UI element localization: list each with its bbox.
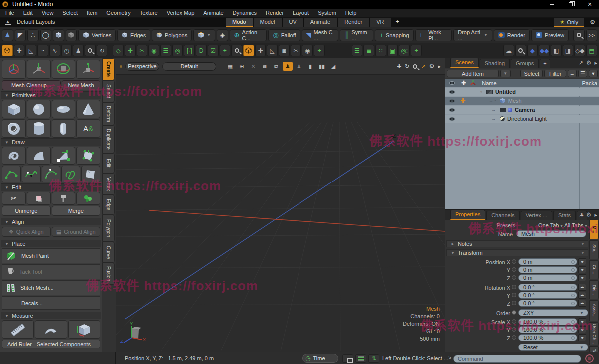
- patch-tool-button[interactable]: [27, 147, 51, 165]
- tab-polygon[interactable]: Polygon: [102, 215, 115, 242]
- corner-view-icon[interactable]: ◢: [328, 62, 338, 71]
- vertex-select-button[interactable]: ∴: [27, 29, 39, 41]
- tab-properties[interactable]: Properties: [450, 210, 485, 220]
- vertical-arrows-button[interactable]: ⇅: [368, 354, 379, 363]
- tab-curve[interactable]: Curve: [102, 242, 115, 263]
- list-options-button[interactable]: ☰: [578, 70, 587, 77]
- untitled-visibility-icon[interactable]: [449, 90, 455, 94]
- add-item-plus-button[interactable]: +: [220, 45, 231, 56]
- position-x-channel-dot[interactable]: [512, 259, 516, 264]
- scale-y-channel-dot[interactable]: [512, 327, 516, 332]
- bezier-tool-button[interactable]: [42, 166, 61, 182]
- tab-edit[interactable]: Edit: [102, 153, 115, 173]
- arc-tool-button[interactable]: [2, 166, 21, 182]
- side-tab-display[interactable]: Dis...: [589, 280, 599, 299]
- item-cube-dropdown[interactable]: ▼: [193, 29, 215, 41]
- time-button[interactable]: ◷ Time: [302, 354, 338, 363]
- unmerge-button[interactable]: Unmerge: [2, 206, 51, 216]
- collapse-layouts-icon[interactable]: ▲: [5, 20, 11, 25]
- scene-gear-icon[interactable]: ⚙: [586, 60, 592, 66]
- scale-y-field[interactable]: 100.0 %: [518, 326, 577, 333]
- add-view-plus-button[interactable]: +: [411, 45, 422, 56]
- uv-mode-active-button[interactable]: [243, 45, 254, 56]
- polygons-mode-button[interactable]: Polygons: [152, 29, 192, 41]
- tab-stats[interactable]: Stats: [553, 211, 576, 220]
- scale-x-stepper[interactable]: ◂▸: [578, 318, 586, 325]
- blue-cube-button[interactable]: ◆: [527, 45, 538, 56]
- props-expand-icon[interactable]: ↗: [578, 212, 583, 218]
- dimension-tool-button[interactable]: [68, 320, 100, 339]
- menu-item[interactable]: Item: [82, 9, 102, 17]
- mesh-pin-icon[interactable]: ✚: [460, 97, 465, 104]
- position-x-stepper[interactable]: ◂▸: [578, 258, 586, 265]
- menu-texture[interactable]: Texture: [135, 9, 162, 17]
- stitch-mesh-item[interactable]: Stitch Mesh...: [2, 280, 100, 295]
- tab-channels[interactable]: Channels: [486, 211, 519, 220]
- history-clock-button[interactable]: ◷: [61, 45, 72, 56]
- search-tools-button[interactable]: [573, 29, 585, 41]
- viewport-canvas[interactable]: [116, 75, 445, 351]
- default-layouts-label[interactable]: Default Layouts: [17, 19, 55, 25]
- layout-tab-vr[interactable]: VR: [370, 18, 390, 27]
- rotation-y-channel-dot[interactable]: [512, 293, 516, 297]
- position-z-stepper[interactable]: ◂▸: [578, 274, 586, 281]
- sketch-curve-button[interactable]: [61, 166, 80, 182]
- tab-fusion[interactable]: Fusion: [102, 263, 115, 285]
- cylinder-view-icon[interactable]: ▮: [305, 62, 315, 71]
- rotation-x-channel-dot[interactable]: [512, 285, 516, 289]
- merge-tool-button[interactable]: [76, 192, 100, 205]
- mesh-constraint-button[interactable]: ◥Mesh C ...: [302, 29, 339, 41]
- name-column-header[interactable]: Name: [482, 80, 496, 86]
- work-plane-button[interactable]: ∟Work Pl...: [415, 29, 452, 41]
- favorites-only-tab[interactable]: ★ Only: [554, 18, 584, 27]
- select-frame-button[interactable]: ◺: [25, 45, 36, 56]
- torus-primitive-button[interactable]: [2, 119, 26, 138]
- layout-tab-model[interactable]: Model: [254, 18, 282, 27]
- target-dots-button[interactable]: ◎:: [399, 45, 410, 56]
- mesh-cleanup-button[interactable]: Mesh Cleanup...: [2, 80, 61, 90]
- tab-select[interactable]: Select: [102, 80, 115, 102]
- mesh-visibility-icon[interactable]: [449, 99, 455, 103]
- sketch-sheet-button[interactable]: [81, 166, 100, 182]
- scene-row-untitled[interactable]: ▼ Untitled: [445, 88, 599, 96]
- add-target-button[interactable]: ◎: [172, 45, 183, 56]
- tab-scenes[interactable]: Scenes: [450, 58, 479, 68]
- rotate-axis-tool-button[interactable]: [2, 60, 26, 79]
- ground-align-button[interactable]: ⬓Ground Align: [52, 227, 101, 237]
- camera-visibility-icon[interactable]: [449, 108, 455, 112]
- cube-drag-button[interactable]: ◧: [551, 45, 562, 56]
- one-tab-dropdown[interactable]: One Tab ▾: [538, 222, 562, 228]
- tab-create[interactable]: Create: [102, 58, 115, 80]
- scale-x-field[interactable]: 100.0 %: [518, 318, 577, 325]
- view-type-dropdown[interactable]: Perspective: [125, 62, 159, 71]
- rotation-x-stepper[interactable]: ◂▸: [578, 284, 586, 291]
- add-item-button[interactable]: Add Item: [447, 70, 499, 77]
- rotation-z-stepper[interactable]: ◂▸: [578, 300, 586, 307]
- close-button[interactable]: ×: [580, 0, 599, 9]
- menu-geometry[interactable]: Geometry: [102, 9, 135, 17]
- position-x-field[interactable]: 0 m: [518, 258, 577, 265]
- align-section-header[interactable]: ▼Align: [1, 218, 101, 225]
- tab-deform[interactable]: Deform: [102, 102, 115, 125]
- package-column-header[interactable]: Packa: [582, 80, 597, 86]
- flatten-tool-button[interactable]: [52, 192, 76, 205]
- scene-more-icon[interactable]: ▸: [594, 60, 597, 66]
- pen-tool-button[interactable]: [76, 147, 100, 165]
- text-primitive-button[interactable]: A&: [76, 119, 100, 138]
- filter-funnel-button[interactable]: ▼: [589, 70, 598, 77]
- ruler-tool-button[interactable]: [2, 320, 34, 339]
- rotation-y-field[interactable]: 0.0 °: [518, 292, 577, 299]
- name-field[interactable]: Mesh: [516, 230, 586, 237]
- search-items-button[interactable]: [231, 45, 242, 56]
- tab-edge[interactable]: Edge: [102, 195, 115, 215]
- side-tab-surface[interactable]: Sur...: [589, 240, 599, 259]
- snapping-button[interactable]: +Snapping: [375, 29, 413, 41]
- uv-camera-button[interactable]: ◙: [279, 45, 290, 56]
- uv-plus-button[interactable]: +: [314, 45, 325, 56]
- scene-row-mesh[interactable]: ✚ → • Mesh: [445, 97, 599, 105]
- curve-tool-button[interactable]: [22, 166, 41, 182]
- cube-select-b-button[interactable]: [66, 29, 77, 41]
- tab-duplicate[interactable]: Duplicate: [102, 125, 115, 153]
- uv-move-button[interactable]: ✚: [255, 45, 266, 56]
- image-view-button[interactable]: ▣: [387, 45, 398, 56]
